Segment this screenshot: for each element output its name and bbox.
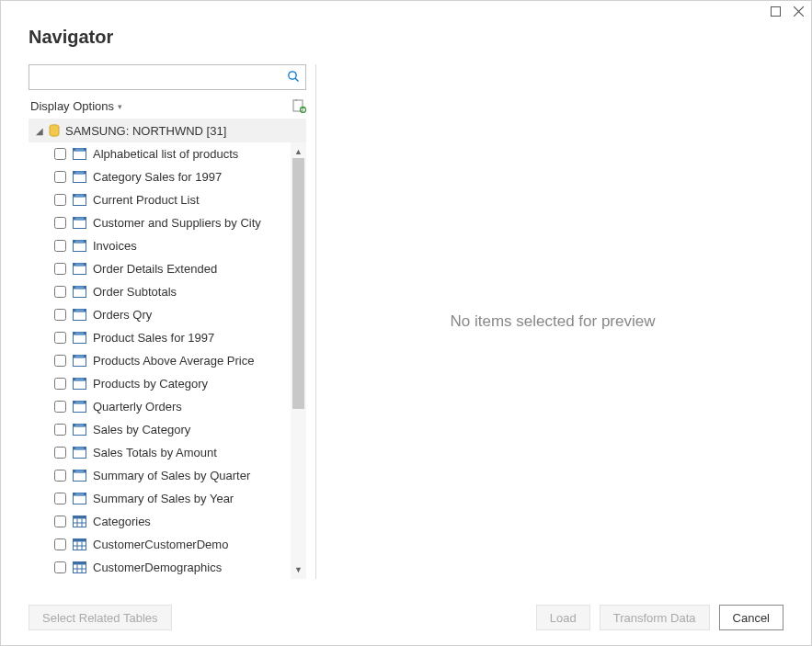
tree-item[interactable]: Invoices: [29, 234, 306, 257]
view-icon: [73, 171, 86, 183]
view-icon: [73, 286, 86, 298]
tree-item[interactable]: Summary of Sales by Year: [29, 487, 306, 510]
scroll-up-icon[interactable]: ▲: [294, 145, 303, 158]
tree-item[interactable]: Order Details Extended: [29, 257, 306, 280]
tree-item-label: Summary of Sales by Year: [93, 492, 234, 505]
tree-item-label: Invoices: [93, 239, 137, 253]
dialog-header: Navigator: [1, 21, 811, 64]
tree-item-checkbox[interactable]: [54, 424, 66, 436]
svg-rect-46: [75, 425, 84, 427]
tree-item[interactable]: CustomerDemographics: [29, 556, 306, 579]
svg-rect-57: [74, 516, 86, 519]
tree-item-label: Current Product List: [93, 193, 200, 207]
scroll-down-icon[interactable]: ▼: [294, 563, 303, 576]
tree-item[interactable]: Current Product List: [29, 188, 306, 211]
tree-item-label: Order Details Extended: [93, 262, 217, 276]
svg-rect-28: [75, 287, 84, 289]
svg-point-3: [289, 71, 296, 78]
load-button[interactable]: Load: [536, 605, 590, 630]
tree-item-label: Orders Qry: [93, 308, 152, 322]
tree-item[interactable]: Products by Category: [29, 372, 306, 395]
tree-item[interactable]: Sales by Category: [29, 418, 306, 441]
collapse-icon[interactable]: ◢: [36, 126, 43, 136]
tree-item[interactable]: Category Sales for 1997: [29, 165, 306, 188]
tree-item[interactable]: Order Subtotals: [29, 280, 306, 303]
svg-rect-10: [75, 149, 84, 152]
scrollbar-thumb[interactable]: [292, 158, 304, 409]
view-icon: [73, 401, 86, 413]
svg-rect-43: [75, 402, 84, 404]
search-box[interactable]: [29, 64, 306, 90]
tree-item[interactable]: Products Above Average Price: [29, 349, 306, 372]
tree-item-label: Products Above Average Price: [93, 354, 254, 368]
tree-item-label: Sales by Category: [93, 423, 190, 436]
tree-item[interactable]: Quarterly Orders: [29, 395, 306, 418]
tree-item-checkbox[interactable]: [54, 516, 66, 527]
svg-rect-49: [75, 448, 84, 450]
tree-item[interactable]: Orders Qry: [29, 303, 306, 326]
search-input[interactable]: [35, 69, 287, 86]
search-icon[interactable]: [287, 70, 300, 85]
tree-item-checkbox[interactable]: [54, 538, 66, 550]
view-icon: [73, 194, 86, 206]
view-icon: [73, 240, 86, 252]
maximize-icon[interactable]: [771, 6, 781, 17]
tree-item-checkbox[interactable]: [54, 378, 66, 390]
transform-data-button[interactable]: Transform Data: [600, 605, 710, 630]
tree-item-checkbox[interactable]: [54, 401, 66, 413]
tree-item[interactable]: Product Sales for 1997: [29, 326, 306, 349]
tree-item-checkbox[interactable]: [54, 286, 66, 298]
database-node[interactable]: ◢ SAMSUNG: NORTHWND [31]: [29, 119, 306, 142]
tree-item[interactable]: Alphabetical list of products: [29, 142, 306, 165]
refresh-icon[interactable]: [292, 99, 306, 113]
view-icon: [73, 447, 86, 459]
view-icon: [73, 332, 86, 344]
view-icon: [73, 148, 86, 160]
tree-item-label: Customer and Suppliers by City: [93, 216, 261, 230]
select-related-tables-button[interactable]: Select Related Tables: [29, 605, 172, 630]
tree-item-label: Categories: [93, 515, 151, 528]
tree-item-label: Product Sales for 1997: [93, 331, 214, 345]
panel-divider: [315, 64, 316, 579]
svg-rect-62: [74, 539, 86, 542]
tree-item-checkbox[interactable]: [54, 240, 66, 252]
display-options-dropdown[interactable]: Display Options ▾: [30, 99, 122, 113]
close-icon[interactable]: [794, 6, 804, 17]
tree-item[interactable]: Customer and Suppliers by City: [29, 211, 306, 234]
view-icon: [73, 309, 86, 321]
tree-item-checkbox[interactable]: [54, 217, 66, 229]
tree-item-checkbox[interactable]: [54, 470, 66, 482]
tree-item[interactable]: Sales Totals by Amount: [29, 441, 306, 464]
tree-item-checkbox[interactable]: [54, 355, 66, 367]
tree-item-checkbox[interactable]: [54, 171, 66, 183]
tree-item[interactable]: Categories: [29, 510, 306, 533]
svg-rect-67: [74, 562, 86, 565]
tree-item-checkbox[interactable]: [54, 148, 66, 160]
cancel-button[interactable]: Cancel: [719, 605, 783, 630]
tree-item-checkbox[interactable]: [54, 493, 66, 504]
table-icon: [73, 561, 86, 573]
svg-rect-55: [75, 493, 84, 496]
tree-item-checkbox[interactable]: [54, 194, 66, 206]
view-icon: [73, 217, 86, 229]
dialog-title: Navigator: [29, 27, 783, 48]
tree-item[interactable]: Summary of Sales by Quarter: [29, 464, 306, 487]
svg-rect-25: [75, 264, 84, 266]
svg-rect-19: [75, 218, 84, 221]
tree-item[interactable]: CustomerCustomerDemo: [29, 533, 306, 556]
tree-item-checkbox[interactable]: [54, 263, 66, 275]
database-icon: [49, 124, 60, 137]
tree-item-checkbox[interactable]: [54, 561, 66, 573]
view-icon: [73, 378, 86, 390]
tree-item-checkbox[interactable]: [54, 332, 66, 344]
chevron-down-icon: ▾: [118, 102, 122, 111]
tree-item-checkbox[interactable]: [54, 309, 66, 321]
tree-item-checkbox[interactable]: [54, 447, 66, 459]
svg-rect-34: [75, 333, 84, 335]
tree-item-label: CustomerCustomerDemo: [93, 538, 228, 551]
svg-rect-40: [75, 379, 84, 381]
table-icon: [73, 538, 86, 550]
tree-item-label: Alphabetical list of products: [93, 147, 238, 161]
view-icon: [73, 355, 86, 367]
tree-scrollbar[interactable]: ▲ ▼: [291, 142, 306, 579]
